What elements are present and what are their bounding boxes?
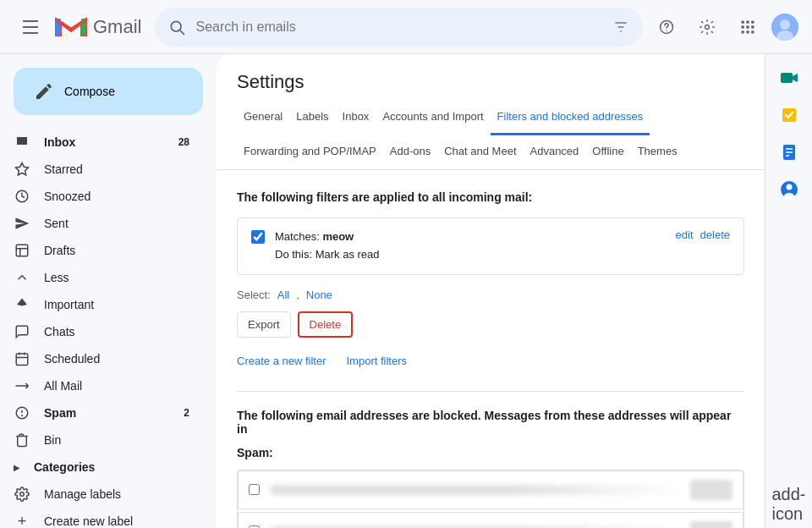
- search-icon: [168, 19, 185, 36]
- sidebar-item-manage-labels[interactable]: Manage labels: [0, 481, 203, 508]
- sidebar-item-chats[interactable]: Chats: [0, 318, 203, 345]
- tab-accounts[interactable]: Accounts and Import: [376, 100, 490, 135]
- search-input[interactable]: [195, 19, 602, 35]
- sidebar-item-create-label[interactable]: + Create new label: [0, 508, 203, 528]
- google-keep-icon[interactable]: [772, 135, 806, 169]
- blocked-checkbox-1[interactable]: [249, 484, 260, 495]
- tab-themes[interactable]: Themes: [631, 135, 684, 170]
- sidebar-item-snoozed[interactable]: Snoozed: [0, 183, 203, 210]
- blocked-section-title: The following email addresses are blocke…: [237, 409, 744, 436]
- blocked-row-2: [238, 512, 743, 528]
- filter-action-label: Do this:: [275, 248, 312, 261]
- filter-btn-group: Export Delete: [237, 311, 744, 338]
- filter-icon[interactable]: [612, 19, 629, 36]
- topbar-right: [650, 10, 798, 44]
- filter-matches-value: meow: [322, 230, 354, 243]
- filters-section-title: The following filters are applied to all…: [237, 190, 744, 204]
- svg-marker-22: [16, 163, 29, 175]
- tab-inbox[interactable]: Inbox: [336, 100, 376, 135]
- inbox-icon: [14, 134, 30, 151]
- allmail-icon: [14, 377, 30, 394]
- categories-expand-icon: ▶: [14, 463, 20, 472]
- menu-button[interactable]: [14, 10, 47, 44]
- blocked-list: [237, 470, 744, 528]
- right-sidebar: add-icon: [765, 54, 812, 528]
- sidebar-item-scheduled[interactable]: Scheduled: [0, 345, 203, 372]
- sidebar: Compose Inbox 28 Starred Snoozed: [0, 54, 217, 528]
- blocked-row-1: [238, 470, 743, 509]
- create-filter-link[interactable]: Create a new filter: [237, 355, 326, 367]
- tab-offline[interactable]: Offline: [585, 135, 630, 170]
- filter-select-none[interactable]: None: [306, 289, 332, 301]
- tab-filters[interactable]: Filters and blocked addresses: [491, 100, 650, 135]
- topbar: Gmail: [0, 0, 812, 54]
- sidebar-item-less[interactable]: Less: [0, 264, 203, 291]
- svg-rect-12: [751, 20, 754, 23]
- filter-select-all[interactable]: All: [277, 289, 289, 301]
- gear-icon: [14, 486, 30, 503]
- blocked-section: The following email addresses are blocke…: [237, 391, 744, 528]
- svg-point-42: [784, 193, 794, 200]
- filter-card: Matches: meow Do this: Mark as read edit…: [237, 217, 744, 275]
- sidebar-item-spam[interactable]: Spam 2: [0, 399, 203, 426]
- scheduled-icon: [14, 350, 30, 367]
- settings-body: The following filters are applied to all…: [217, 170, 765, 528]
- filter-info: Matches: meow Do this: Mark as read: [275, 228, 666, 264]
- tab-forwarding[interactable]: Forwarding and POP/IMAP: [237, 135, 383, 170]
- chat-icon: [14, 323, 30, 340]
- spam-icon: [14, 404, 30, 421]
- sidebar-item-categories[interactable]: ▶ Categories: [0, 454, 203, 481]
- drafts-icon: [14, 242, 30, 259]
- search-bar[interactable]: [155, 8, 643, 47]
- google-contacts-icon[interactable]: [772, 173, 806, 206]
- svg-rect-15: [751, 25, 754, 28]
- snoozed-icon: [14, 188, 30, 205]
- svg-rect-11: [746, 20, 749, 23]
- sidebar-item-sent[interactable]: Sent: [0, 210, 203, 237]
- spam-label: Spam:: [237, 446, 744, 459]
- google-tasks-icon[interactable]: [772, 98, 806, 132]
- tab-chat[interactable]: Chat and Meet: [437, 135, 523, 170]
- sidebar-item-drafts[interactable]: Drafts: [0, 237, 203, 264]
- tab-advanced[interactable]: Advanced: [524, 135, 586, 170]
- help-button[interactable]: [650, 10, 683, 44]
- tab-general[interactable]: General: [237, 100, 289, 135]
- filter-select-label: Select:: [237, 289, 271, 301]
- compose-icon: [34, 81, 54, 102]
- sidebar-item-starred[interactable]: Starred: [0, 156, 203, 183]
- svg-point-33: [20, 492, 25, 497]
- sidebar-item-bin[interactable]: Bin: [0, 426, 203, 454]
- add-apps-button[interactable]: add-icon: [772, 487, 806, 521]
- avatar[interactable]: [771, 14, 798, 41]
- apps-button[interactable]: [731, 10, 765, 44]
- main-layout: Compose Inbox 28 Starred Snoozed: [0, 54, 812, 528]
- delete-button[interactable]: Delete: [298, 311, 354, 338]
- plus-icon: +: [14, 513, 30, 528]
- blurred-action-1: [690, 480, 732, 500]
- google-meet-icon[interactable]: [772, 61, 806, 95]
- sidebar-item-important[interactable]: Important: [0, 291, 203, 318]
- tab-labels[interactable]: Labels: [289, 100, 335, 135]
- export-button[interactable]: Export: [237, 311, 291, 338]
- svg-point-32: [22, 415, 23, 416]
- compose-button[interactable]: Compose: [14, 68, 203, 115]
- svg-rect-35: [782, 108, 796, 122]
- sidebar-item-allmail[interactable]: All Mail: [0, 372, 203, 399]
- gmail-text: Gmail: [93, 16, 141, 38]
- filter-links: Create a new filter Import filters: [237, 355, 744, 367]
- svg-point-9: [705, 25, 710, 29]
- sent-icon: [14, 215, 30, 232]
- page-title: Settings: [217, 54, 765, 93]
- settings-button[interactable]: [690, 10, 724, 44]
- filter-matches-label: Matches:: [275, 230, 320, 243]
- tab-addons[interactable]: Add-ons: [383, 135, 437, 170]
- filter-delete-link[interactable]: delete: [700, 228, 730, 241]
- sidebar-item-inbox[interactable]: Inbox 28: [0, 129, 203, 156]
- svg-rect-24: [16, 245, 28, 256]
- svg-point-41: [786, 184, 792, 190]
- filter-checkbox[interactable]: [251, 230, 265, 244]
- import-filters-link[interactable]: Import filters: [347, 355, 408, 367]
- star-icon: [14, 161, 30, 178]
- filter-edit-link[interactable]: edit: [676, 228, 694, 241]
- svg-rect-18: [751, 30, 754, 33]
